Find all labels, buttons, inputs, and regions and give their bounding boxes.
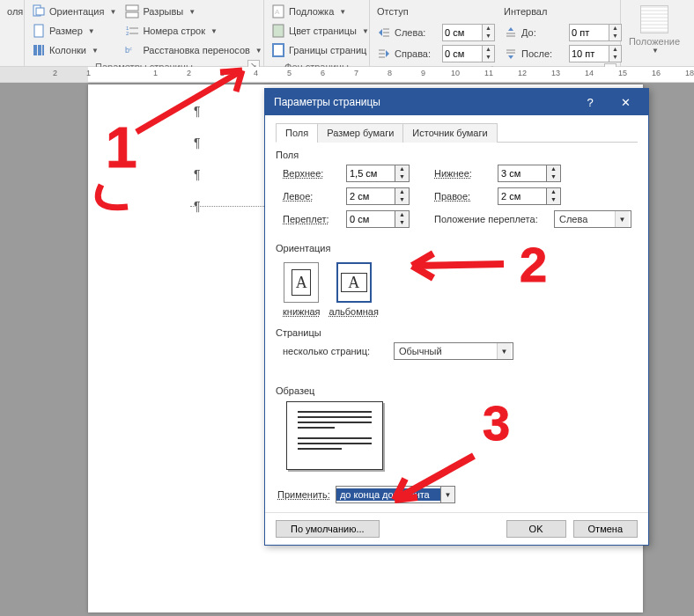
breaks-icon	[125, 4, 139, 18]
close-button[interactable]: ✕	[608, 96, 643, 109]
gutter-pos-select[interactable]: Слева▼	[554, 210, 631, 228]
chevron-down-icon: ▼	[92, 47, 99, 55]
svg-rect-4	[38, 45, 41, 55]
default-button[interactable]: По умолчанию...	[276, 520, 380, 538]
orientation-portrait[interactable]: A книжная	[283, 262, 321, 317]
paragraph-mark: ¶	[194, 104, 201, 118]
spin-up-icon[interactable]: ▲	[395, 211, 409, 219]
line-numbers-button[interactable]: 12Номера строк▼	[122, 21, 265, 40]
chevron-down-icon: ▼	[615, 211, 629, 227]
gutter-label: Переплет:	[283, 214, 341, 224]
svg-rect-6	[126, 5, 138, 11]
spacing-before-input[interactable]: ▲▼	[569, 24, 622, 41]
size-icon	[32, 24, 46, 38]
preview-section-label: Образец	[276, 385, 638, 396]
spin-down-icon[interactable]: ▼	[546, 173, 560, 181]
ribbon-page-bg-group: AПодложка▼ Цвет страницы▼ Границы страни…	[264, 0, 370, 66]
spin-up-icon[interactable]: ▲	[609, 25, 621, 33]
position-button[interactable]: Положение▼	[624, 2, 684, 58]
spin-up-icon[interactable]: ▲	[609, 46, 621, 54]
cancel-button[interactable]: Отмена	[573, 520, 638, 538]
orientation-button[interactable]: Ориентация▼	[28, 2, 120, 21]
watermark-icon: A	[271, 4, 285, 18]
dialog-footer: По умолчанию... OK Отмена	[265, 512, 648, 545]
page-color-button[interactable]: Цвет страницы▼	[268, 21, 373, 40]
chevron-down-icon: ▼	[210, 27, 218, 35]
spin-down-icon[interactable]: ▼	[609, 33, 621, 40]
paragraph-mark: ¶	[194, 136, 201, 150]
margin-bottom-label: Нижнее:	[434, 168, 492, 179]
chevron-down-icon: ▼	[440, 487, 454, 502]
spin-up-icon[interactable]: ▲	[546, 165, 560, 173]
page-borders-icon	[271, 43, 285, 57]
chevron-down-icon: ▼	[88, 27, 95, 35]
spacing-before-label: До:	[521, 27, 565, 38]
spin-down-icon[interactable]: ▼	[395, 219, 409, 227]
ribbon-margins-stub: оля	[0, 0, 25, 66]
svg-rect-3	[33, 45, 37, 55]
svg-rect-7	[126, 12, 138, 18]
spin-down-icon[interactable]: ▼	[609, 54, 621, 62]
tab-fields[interactable]: Поля	[276, 123, 318, 143]
line-numbers-icon: 12	[125, 24, 139, 38]
orientation-landscape-label: альбомная	[329, 306, 379, 317]
page-color-icon	[271, 24, 285, 38]
ok-button[interactable]: OK	[506, 520, 566, 538]
svg-rect-5	[42, 45, 44, 55]
apply-to-select[interactable]: до конца документа▼	[336, 486, 455, 503]
multiple-pages-select[interactable]: Обычный▼	[394, 342, 513, 360]
spin-up-icon[interactable]: ▲	[482, 25, 494, 33]
spin-up-icon[interactable]: ▲	[395, 188, 409, 196]
spin-down-icon[interactable]: ▼	[395, 173, 409, 181]
size-button[interactable]: Размер▼	[28, 21, 120, 40]
margin-left-input[interactable]: ▲▼	[346, 187, 410, 205]
svg-text:bᶜ: bᶜ	[125, 46, 132, 55]
ribbon-arrange-group: Положение▼	[621, 0, 688, 66]
multiple-pages-label: несколько страниц:	[283, 346, 388, 356]
spin-up-icon[interactable]: ▲	[546, 188, 560, 196]
columns-button[interactable]: Колонки▼	[28, 40, 120, 60]
gutter-input[interactable]: ▲▼	[346, 210, 410, 228]
margin-right-input[interactable]: ▲▼	[498, 187, 561, 205]
tab-paper-source[interactable]: Источник бумаги	[402, 123, 497, 143]
margins-button[interactable]: оля	[4, 2, 26, 21]
indent-left-label: Слева:	[395, 27, 439, 38]
indent-right-input[interactable]: ▲▼	[442, 45, 495, 62]
tab-paper-size[interactable]: Размер бумаги	[317, 123, 403, 143]
svg-text:2: 2	[126, 31, 129, 36]
chevron-down-icon: ▼	[652, 47, 659, 55]
chevron-down-icon: ▼	[497, 343, 511, 359]
spin-up-icon[interactable]: ▲	[482, 46, 494, 54]
spin-down-icon[interactable]: ▼	[395, 196, 409, 204]
dialog-tabs: Поля Размер бумаги Источник бумаги	[276, 122, 638, 143]
margin-bottom-input[interactable]: ▲▼	[498, 165, 561, 182]
spacing-after-input[interactable]: ▲▼	[569, 45, 622, 62]
page-borders-button[interactable]: Границы страниц	[268, 40, 373, 60]
margin-top-input[interactable]: ▲▼	[346, 165, 410, 182]
watermark-button[interactable]: AПодложка▼	[268, 2, 373, 21]
ribbon-paragraph-group: Отступ Слева:▲▼ Справа:▲▼ Интервал До:▲▼…	[370, 0, 621, 66]
hyphenation-button[interactable]: bᶜРасстановка переносов▼	[122, 40, 265, 60]
indent-right-label: Справа:	[395, 48, 439, 59]
indent-title: Отступ	[377, 6, 409, 17]
spin-down-icon[interactable]: ▼	[482, 33, 494, 40]
chevron-down-icon: ▼	[339, 8, 346, 16]
preview-thumbnail	[286, 401, 383, 470]
spin-down-icon[interactable]: ▼	[482, 54, 494, 62]
svg-rect-1	[36, 8, 44, 15]
breaks-button[interactable]: Разрывы▼	[122, 2, 265, 21]
margin-top-label: Верхнее:	[283, 168, 341, 179]
indent-left-input[interactable]: ▲▼	[442, 24, 495, 41]
spin-down-icon[interactable]: ▼	[546, 196, 560, 204]
help-button[interactable]: ?	[572, 96, 608, 109]
hyphenation-icon: bᶜ	[125, 43, 139, 57]
spin-up-icon[interactable]: ▲	[395, 165, 409, 173]
orientation-section-label: Ориентация	[276, 243, 638, 253]
svg-rect-15	[273, 25, 284, 37]
paragraph-mark: ¶	[194, 167, 201, 181]
orientation-landscape[interactable]: A альбомная	[329, 262, 379, 317]
chevron-down-icon: ▼	[362, 27, 369, 35]
dialog-titlebar[interactable]: Параметры страницы ? ✕	[265, 89, 648, 115]
horizontal-ruler[interactable]: 21 123 456 789 101112 131415 1618	[0, 67, 694, 83]
columns-icon	[32, 43, 46, 57]
